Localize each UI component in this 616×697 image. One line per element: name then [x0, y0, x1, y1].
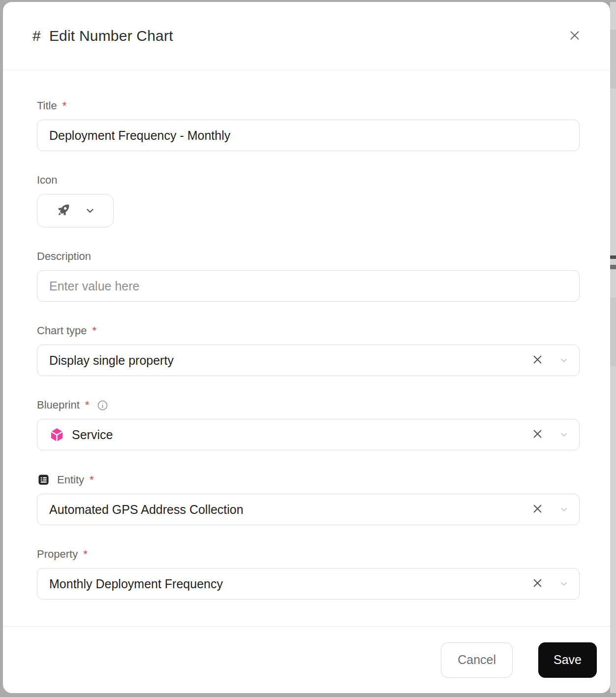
entity-select[interactable]: Automated GPS Address Collection: [37, 494, 580, 525]
blueprint-label: Blueprint: [37, 399, 80, 412]
hash-icon: #: [32, 28, 41, 44]
chart-type-value: Display single property: [49, 353, 530, 368]
property-required-marker: *: [83, 548, 88, 561]
dialog-header: # Edit Number Chart: [3, 2, 610, 70]
chevron-down-icon[interactable]: [558, 504, 569, 515]
property-value: Monthly Deployment Frequency: [49, 577, 530, 591]
cube-icon: [49, 427, 64, 443]
chart-type-clear-button[interactable]: [530, 353, 544, 367]
dialog-body: Title* Icon: [3, 70, 610, 626]
blueprint-field-group: Blueprint* Service: [37, 399, 580, 450]
property-label: Property: [37, 548, 78, 561]
clear-icon: [531, 503, 544, 516]
chevron-down-icon[interactable]: [558, 355, 569, 366]
blueprint-clear-button[interactable]: [530, 428, 544, 442]
blueprint-select[interactable]: Service: [37, 419, 580, 450]
description-field-group: Description: [37, 250, 580, 302]
chart-type-required-marker: *: [92, 324, 97, 337]
chart-type-field-group: Chart type* Display single property: [37, 324, 580, 376]
title-field-group: Title*: [37, 99, 580, 151]
dialog-title-text: Edit Number Chart: [49, 28, 173, 44]
icon-label: Icon: [37, 174, 58, 187]
background-page-edge: [610, 2, 616, 693]
entity-field-group: Entity* Automated GPS Address Collection: [37, 473, 580, 525]
dialog-footer: Cancel Save: [3, 626, 610, 693]
chart-type-label: Chart type: [37, 324, 87, 337]
info-icon[interactable]: [96, 399, 109, 412]
chevron-down-icon: [84, 205, 96, 217]
save-button[interactable]: Save: [538, 642, 597, 678]
list-icon: [37, 473, 50, 486]
icon-field-group: Icon: [37, 174, 580, 227]
dialog-title: # Edit Number Chart: [32, 28, 173, 44]
chart-type-select[interactable]: Display single property: [37, 345, 580, 376]
chevron-down-icon[interactable]: [558, 429, 569, 440]
clear-icon: [531, 577, 544, 591]
clear-icon: [531, 353, 544, 367]
description-input[interactable]: [37, 270, 580, 302]
cancel-button[interactable]: Cancel: [441, 642, 513, 678]
clear-icon: [531, 428, 544, 442]
property-clear-button[interactable]: [530, 577, 544, 591]
entity-value: Automated GPS Address Collection: [49, 503, 530, 517]
property-field-group: Property* Monthly Deployment Frequency: [37, 548, 580, 600]
close-button[interactable]: [565, 26, 585, 46]
icon-picker-button[interactable]: [37, 194, 114, 227]
blueprint-value: Service: [72, 428, 530, 442]
close-icon: [567, 28, 582, 44]
blueprint-required-marker: *: [85, 399, 90, 412]
title-input[interactable]: [37, 120, 580, 151]
description-label: Description: [37, 250, 91, 263]
chevron-down-icon[interactable]: [558, 578, 569, 589]
edit-number-chart-dialog: # Edit Number Chart Title* Icon: [3, 2, 610, 693]
entity-clear-button[interactable]: [530, 503, 544, 516]
rocket-icon: [55, 201, 72, 221]
title-label: Title: [37, 99, 57, 112]
entity-label: Entity: [57, 474, 84, 486]
property-select[interactable]: Monthly Deployment Frequency: [37, 568, 580, 600]
entity-required-marker: *: [90, 474, 94, 486]
title-required-marker: *: [62, 99, 67, 112]
